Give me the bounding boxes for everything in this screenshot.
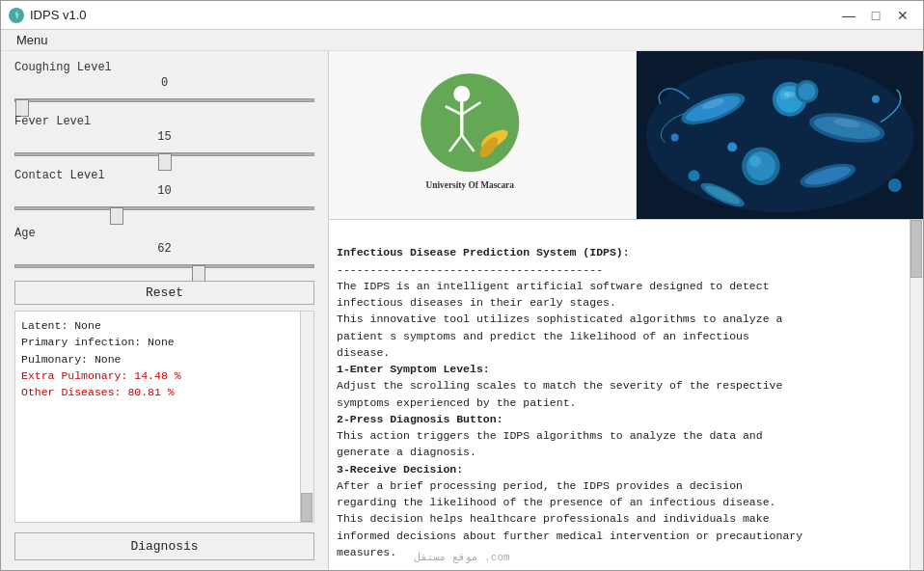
age-section: Age 62 — [14, 227, 314, 275]
coughing-label: Coughing Level — [14, 61, 314, 74]
title-bar: ⚕ IDPS v1.0 — □ ✕ — [1, 1, 923, 30]
scrollbar-thumb[interactable] — [910, 220, 922, 278]
title-bar-controls: — □ ✕ — [836, 6, 915, 25]
output-line-pulmonary: Pulmonary: None — [21, 351, 308, 367]
main-content: Coughing Level 0 Fever Level 15 Contact … — [1, 51, 923, 570]
minimize-button[interactable]: — — [836, 6, 861, 25]
fever-slider[interactable] — [14, 146, 314, 163]
output-line-latent: Latent: None — [21, 317, 308, 334]
logo-box: University Of Mascara — [329, 51, 637, 219]
svg-point-29 — [887, 178, 901, 192]
svg-point-26 — [727, 142, 737, 151]
menu-bar: Menu — [1, 30, 923, 51]
images-row: University Of Mascara — [329, 51, 923, 220]
close-button[interactable]: ✕ — [890, 6, 915, 25]
output-line-other: Other Diseases: 80.81 % — [21, 384, 308, 400]
diagnosis-button[interactable]: Diagnosis — [14, 532, 314, 560]
svg-point-22 — [747, 151, 775, 180]
coughing-section: Coughing Level 0 — [14, 61, 314, 109]
coughing-slider[interactable] — [14, 92, 314, 109]
svg-text:University Of Mascara: University Of Mascara — [425, 180, 514, 190]
right-panel: University Of Mascara — [329, 51, 923, 570]
svg-point-0 — [421, 73, 519, 172]
main-window: ⚕ IDPS v1.0 — □ ✕ Menu Coughing Level 0 … — [0, 0, 924, 571]
output-line-extra: Extra Pulmonary: 14.48 % — [21, 367, 308, 384]
fever-value: 15 — [14, 130, 314, 144]
right-panel-scrollbar[interactable] — [910, 220, 923, 570]
age-label: Age — [14, 227, 314, 240]
contact-label: Contact Level — [14, 169, 314, 182]
contact-slider[interactable] — [14, 200, 314, 217]
info-text-area: Infectious Disease Prediction System (ID… — [329, 220, 923, 570]
svg-point-18 — [798, 83, 815, 100]
title-bar-left: ⚕ IDPS v1.0 — [9, 8, 87, 23]
app-icon: ⚕ — [9, 8, 24, 23]
output-line-primary: Primary infection: None — [21, 334, 308, 350]
bacteria-box — [637, 51, 924, 219]
left-panel: Coughing Level 0 Fever Level 15 Contact … — [1, 51, 329, 570]
coughing-value: 0 — [14, 76, 314, 90]
fever-section: Fever Level 15 — [14, 115, 314, 163]
svg-point-27 — [871, 95, 879, 103]
age-value: 62 — [14, 242, 314, 256]
svg-point-1 — [453, 86, 470, 102]
svg-point-23 — [749, 155, 761, 167]
menu-item-menu[interactable]: Menu — [9, 33, 56, 47]
contact-value: 10 — [14, 184, 314, 198]
output-scrollbar[interactable] — [300, 312, 313, 522]
fever-label: Fever Level — [14, 115, 314, 128]
reset-button[interactable]: Reset — [14, 281, 314, 305]
svg-point-34 — [783, 92, 795, 97]
maximize-button[interactable]: □ — [863, 6, 888, 25]
output-scrollbar-thumb[interactable] — [301, 493, 313, 522]
svg-point-30 — [670, 134, 678, 142]
age-slider[interactable] — [14, 258, 314, 275]
window-title: IDPS v1.0 — [30, 8, 87, 22]
contact-section: Contact Level 10 — [14, 169, 314, 217]
watermark: موقع مستقل .com — [414, 551, 509, 563]
svg-point-28 — [688, 170, 699, 181]
info-text-content[interactable]: Infectious Disease Prediction System (ID… — [329, 220, 923, 570]
output-box: Latent: None Primary infection: None Pul… — [14, 311, 314, 523]
